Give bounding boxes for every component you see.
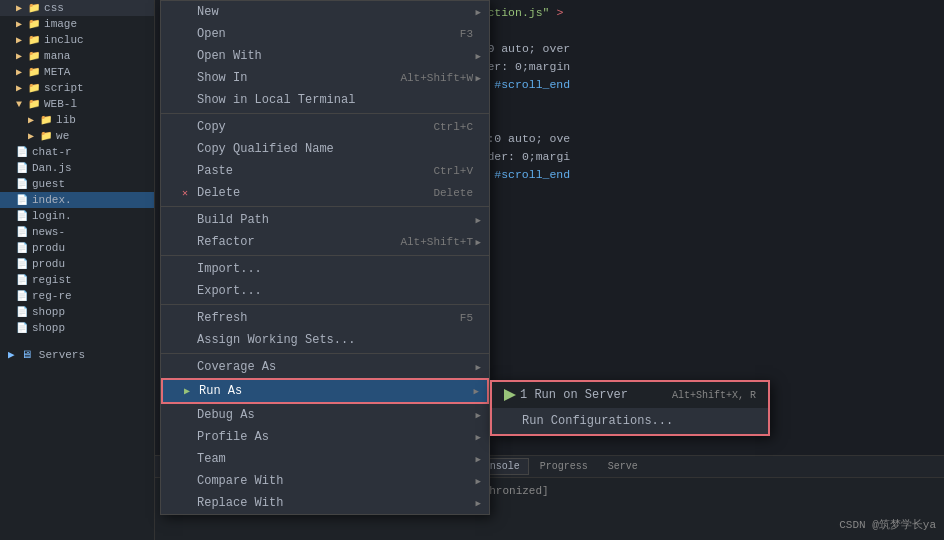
sidebar-item-dan[interactable]: 📄 Dan.js [0, 160, 154, 176]
menu-item-compare[interactable]: Compare With [161, 470, 489, 492]
file-icon: 📄 [16, 226, 28, 238]
menu-item-build-path[interactable]: Build Path [161, 209, 489, 231]
sidebar-item-regist[interactable]: 📄 regist [0, 272, 154, 288]
tab-serve[interactable]: Serve [599, 458, 647, 475]
sidebar-item-web[interactable]: ▼ 📁 WEB-l [0, 96, 154, 112]
file-icon: 📄 [16, 274, 28, 286]
context-menu: New Open F3 Open With Show In Alt+Shift+… [160, 0, 490, 515]
sidebar-item-regrec[interactable]: 📄 reg-re [0, 288, 154, 304]
menu-item-refresh[interactable]: Refresh F5 [161, 307, 489, 329]
menu-item-run-as[interactable]: ▶ Run As [161, 378, 489, 404]
sidebar-item-produ1[interactable]: 📄 produ [0, 240, 154, 256]
sidebar-item-css[interactable]: ▶ 📁 css [0, 0, 154, 16]
sidebar-item-shopp1[interactable]: 📄 shopp [0, 304, 154, 320]
file-icon: 📄 [16, 178, 28, 190]
file-icon: 📄 [16, 146, 28, 158]
menu-item-paste[interactable]: Paste Ctrl+V [161, 160, 489, 182]
sidebar-item-login[interactable]: 📄 login. [0, 208, 154, 224]
file-icon: 📄 [16, 322, 28, 334]
sidebar-item-guest[interactable]: 📄 guest [0, 176, 154, 192]
menu-item-delete[interactable]: ✕ Delete Delete [161, 182, 489, 204]
folder-icon: ▶ 📁 [16, 66, 40, 78]
file-icon: 📄 [16, 258, 28, 270]
folder-icon: ▶ 📁 [16, 82, 40, 94]
file-icon: 📄 [16, 306, 28, 318]
js-file-icon: 📄 [16, 162, 28, 174]
menu-item-refactor[interactable]: Refactor Alt+Shift+T [161, 231, 489, 253]
file-icon: 📄 [16, 242, 28, 254]
folder-icon: ▶ 📁 [28, 114, 52, 126]
file-icon: 📄 [16, 194, 28, 206]
file-icon: 📄 [16, 210, 28, 222]
sidebar-item-incluc[interactable]: ▶ 📁 incluc [0, 32, 154, 48]
sidebar: ▶ 📁 css ▶ 📁 image ▶ 📁 incluc ▶ 📁 mana ▶ … [0, 0, 155, 540]
sidebar-item-shopp2[interactable]: 📄 shopp [0, 320, 154, 336]
menu-item-debug[interactable]: Debug As [161, 404, 489, 426]
sidebar-item-image[interactable]: ▶ 📁 image [0, 16, 154, 32]
menu-item-profile[interactable]: Profile As [161, 426, 489, 448]
menu-item-copy[interactable]: Copy Ctrl+C [161, 116, 489, 138]
main-container: ▶ 📁 css ▶ 📁 image ▶ 📁 incluc ▶ 📁 mana ▶ … [0, 0, 944, 540]
menu-divider-5 [161, 353, 489, 354]
menu-item-show-local[interactable]: Show in Local Terminal [161, 89, 489, 111]
menu-item-export[interactable]: Export... [161, 280, 489, 302]
watermark: CSDN @筑梦学长ya [839, 517, 936, 532]
sidebar-item-script[interactable]: ▶ 📁 script [0, 80, 154, 96]
run-on-server-icon [504, 389, 516, 401]
submenu-item-run-configs[interactable]: Run Configurations... [492, 408, 768, 434]
sidebar-item-chat[interactable]: 📄 chat-r [0, 144, 154, 160]
sidebar-item-news[interactable]: 📄 news- [0, 224, 154, 240]
menu-divider-3 [161, 255, 489, 256]
menu-item-assign[interactable]: Assign Working Sets... [161, 329, 489, 351]
sidebar-item-index[interactable]: 📄 index. [0, 192, 154, 208]
menu-item-show-in[interactable]: Show In Alt+Shift+W [161, 67, 489, 89]
menu-divider-4 [161, 304, 489, 305]
submenu-item-run-on-server[interactable]: 1 Run on Server Alt+Shift+X, R [492, 382, 768, 408]
sidebar-item-produ2[interactable]: 📄 produ [0, 256, 154, 272]
folder-icon: ▶ 📁 [16, 2, 40, 14]
sidebar-item-meta[interactable]: ▶ 📁 META [0, 64, 154, 80]
menu-divider-1 [161, 113, 489, 114]
tab-progress[interactable]: Progress [531, 458, 597, 475]
sidebar-item-mana[interactable]: ▶ 📁 mana [0, 48, 154, 64]
run-as-submenu: 1 Run on Server Alt+Shift+X, R Run Confi… [490, 380, 770, 436]
menu-divider-2 [161, 206, 489, 207]
run-as-icon: ▶ [179, 385, 195, 397]
sidebar-servers[interactable]: ▶ 🖥 Servers [0, 342, 154, 366]
folder-icon: ▶ 📁 [16, 50, 40, 62]
menu-item-import[interactable]: Import... [161, 258, 489, 280]
menu-item-replace[interactable]: Replace With [161, 492, 489, 514]
folder-icon: ▶ 📁 [28, 130, 52, 142]
folder-icon: ▼ 📁 [16, 98, 40, 110]
menu-item-team[interactable]: Team [161, 448, 489, 470]
menu-item-coverage[interactable]: Coverage As [161, 356, 489, 378]
sidebar-item-lib[interactable]: ▶ 📁 lib [0, 112, 154, 128]
sidebar-item-we[interactable]: ▶ 📁 we [0, 128, 154, 144]
file-icon: 📄 [16, 290, 28, 302]
delete-icon: ✕ [177, 187, 193, 199]
folder-icon: ▶ 📁 [16, 18, 40, 30]
menu-item-new[interactable]: New [161, 1, 489, 23]
menu-item-open-with[interactable]: Open With [161, 45, 489, 67]
menu-item-copy-qualified[interactable]: Copy Qualified Name [161, 138, 489, 160]
folder-icon: ▶ 📁 [16, 34, 40, 46]
menu-item-open[interactable]: Open F3 [161, 23, 489, 45]
